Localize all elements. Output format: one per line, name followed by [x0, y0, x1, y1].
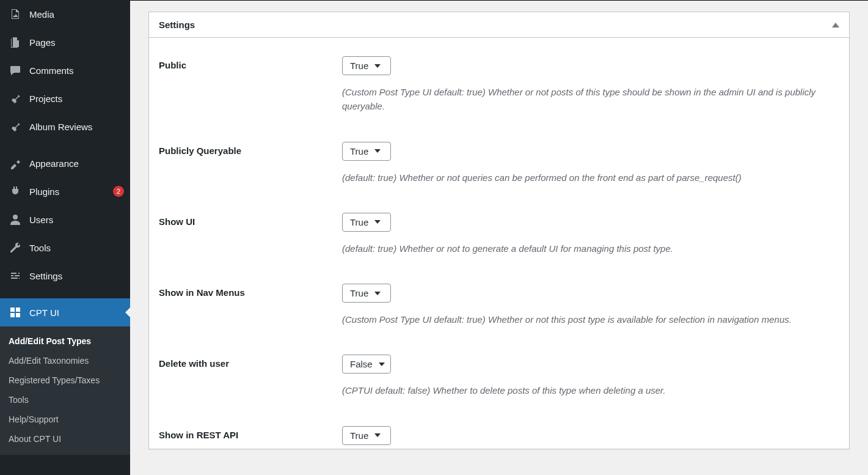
- settings-panel: Settings Public True (Custom Post Type U…: [148, 12, 850, 449]
- tools-icon: [9, 241, 22, 254]
- sidebar-item-label: Pages: [29, 37, 124, 48]
- chevron-down-icon: [374, 433, 381, 437]
- settings-panel-header: Settings: [149, 12, 849, 38]
- select-value: True: [350, 217, 368, 227]
- sidebar-item-label: Appearance: [29, 158, 124, 169]
- select-show-ui[interactable]: True: [342, 213, 391, 232]
- settings-icon: [9, 269, 22, 282]
- select-publicly-queryable[interactable]: True: [342, 142, 391, 161]
- sidebar-item-projects[interactable]: Projects: [0, 84, 130, 112]
- sidebar-item-label: Tools: [29, 243, 124, 253]
- field-label-show-in-nav-menus: Show in Nav Menus: [159, 284, 342, 298]
- sidebar-submenu-cptui: Add/Edit Post Types Add/Edit Taxonomies …: [0, 326, 130, 455]
- sidebar-item-label: Users: [29, 215, 124, 225]
- sidebar-item-label: Album Reviews: [29, 122, 124, 132]
- plugins-icon: [9, 185, 22, 198]
- field-control-publicly-queryable: True (default: true) Whether or not quer…: [342, 142, 839, 185]
- sidebar-item-plugins[interactable]: Plugins 2: [0, 177, 130, 205]
- field-control-show-ui: True (default: true) Whether or not to g…: [342, 213, 839, 256]
- pin-icon: [9, 120, 22, 133]
- pages-icon: [9, 35, 22, 49]
- field-label-publicly-queryable: Publicly Queryable: [159, 142, 342, 156]
- select-value: True: [350, 61, 368, 71]
- svg-rect-1: [10, 307, 15, 312]
- submenu-add-edit-post-types[interactable]: Add/Edit Post Types: [0, 331, 130, 351]
- submenu-registered-types-taxes[interactable]: Registered Types/Taxes: [0, 370, 130, 390]
- chevron-down-icon: [374, 149, 381, 153]
- sidebar-item-label: Projects: [29, 94, 124, 104]
- plugins-update-badge: 2: [113, 186, 124, 197]
- select-value: True: [350, 146, 368, 156]
- field-control-delete-with-user: False (CPTUI default: false) Whether to …: [342, 355, 839, 397]
- sidebar-item-cptui[interactable]: CPT UI: [0, 298, 130, 326]
- sidebar-item-comments[interactable]: Comments: [0, 56, 130, 84]
- chevron-down-icon: [374, 64, 381, 68]
- main-inner: Settings Public True (Custom Post Type U…: [130, 1, 868, 460]
- field-row-show-in-nav-menus: Show in Nav Menus True (Custom Post Type…: [159, 271, 839, 342]
- field-row-public: Public True (Custom Post Type UI default…: [159, 44, 839, 130]
- submenu-tools[interactable]: Tools: [0, 390, 130, 410]
- field-control-public: True (Custom Post Type UI default: true)…: [342, 56, 839, 114]
- field-control-show-in-rest-api: True: [342, 426, 839, 445]
- field-row-delete-with-user: Delete with user False (CPTUI default: f…: [159, 342, 839, 413]
- field-description-publicly-queryable: (default: true) Whether or not queries c…: [342, 171, 839, 185]
- main-content: Settings Public True (Custom Post Type U…: [130, 0, 868, 475]
- field-control-show-in-nav-menus: True (Custom Post Type UI default: true)…: [342, 284, 839, 326]
- select-value: False: [350, 359, 373, 369]
- comments-icon: [9, 64, 22, 77]
- submenu-about-cptui[interactable]: About CPT UI: [0, 429, 130, 449]
- field-label-delete-with-user: Delete with user: [159, 355, 342, 369]
- sidebar-item-album-reviews[interactable]: Album Reviews: [0, 112, 130, 141]
- field-row-publicly-queryable: Publicly Queryable True (default: true) …: [159, 130, 839, 201]
- sidebar-item-label: Plugins: [29, 186, 103, 197]
- field-row-show-ui: Show UI True (default: true) Whether or …: [159, 201, 839, 271]
- sidebar-item-label: Settings: [29, 271, 124, 281]
- select-value: True: [350, 430, 368, 441]
- sidebar-item-label: Media: [29, 9, 124, 20]
- field-description-public: (Custom Post Type UI default: true) Whet…: [342, 85, 839, 114]
- svg-rect-3: [10, 313, 15, 317]
- pin-icon: [9, 92, 22, 105]
- svg-rect-4: [16, 313, 20, 317]
- settings-panel-title: Settings: [159, 20, 195, 30]
- svg-point-0: [13, 215, 18, 219]
- cptui-icon: [9, 306, 22, 319]
- field-label-public: Public: [159, 56, 342, 70]
- media-icon: [9, 7, 22, 21]
- select-show-in-rest-api[interactable]: True: [342, 426, 391, 445]
- chevron-down-icon: [374, 292, 381, 295]
- field-description-show-ui: (default: true) Whether or not to genera…: [342, 241, 839, 256]
- app-root: Media Pages Comments Projects Album Revi: [0, 0, 868, 475]
- field-row-show-in-rest-api: Show in REST API True: [159, 414, 839, 445]
- select-delete-with-user[interactable]: False: [342, 355, 391, 374]
- settings-panel-body: Public True (Custom Post Type UI default…: [149, 38, 849, 449]
- field-label-show-in-rest-api: Show in REST API: [159, 426, 342, 440]
- field-description-show-in-nav-menus: (Custom Post Type UI default: true) Whet…: [342, 312, 839, 326]
- sidebar-item-label: CPT UI: [29, 307, 124, 318]
- sidebar-item-label: Comments: [29, 65, 124, 76]
- sidebar-item-media[interactable]: Media: [0, 0, 130, 28]
- select-show-in-nav-menus[interactable]: True: [342, 284, 391, 303]
- sidebar-item-users[interactable]: Users: [0, 205, 130, 234]
- field-description-delete-with-user: (CPTUI default: false) Whether to delete…: [342, 383, 839, 397]
- sidebar-item-settings[interactable]: Settings: [0, 262, 130, 290]
- chevron-down-icon: [374, 220, 381, 224]
- sidebar-item-appearance[interactable]: Appearance: [0, 149, 130, 177]
- chevron-down-icon: [379, 363, 385, 366]
- users-icon: [9, 213, 22, 226]
- panel-toggle-icon[interactable]: [832, 23, 839, 28]
- submenu-add-edit-taxonomies[interactable]: Add/Edit Taxonomies: [0, 351, 130, 370]
- select-public[interactable]: True: [342, 56, 391, 75]
- sidebar-item-pages[interactable]: Pages: [0, 28, 130, 56]
- field-label-show-ui: Show UI: [159, 213, 342, 227]
- select-value: True: [350, 288, 368, 298]
- svg-rect-2: [16, 307, 20, 312]
- submenu-help-support[interactable]: Help/Support: [0, 410, 130, 429]
- admin-sidebar: Media Pages Comments Projects Album Revi: [0, 0, 130, 475]
- sidebar-item-tools[interactable]: Tools: [0, 234, 130, 262]
- appearance-icon: [9, 156, 22, 170]
